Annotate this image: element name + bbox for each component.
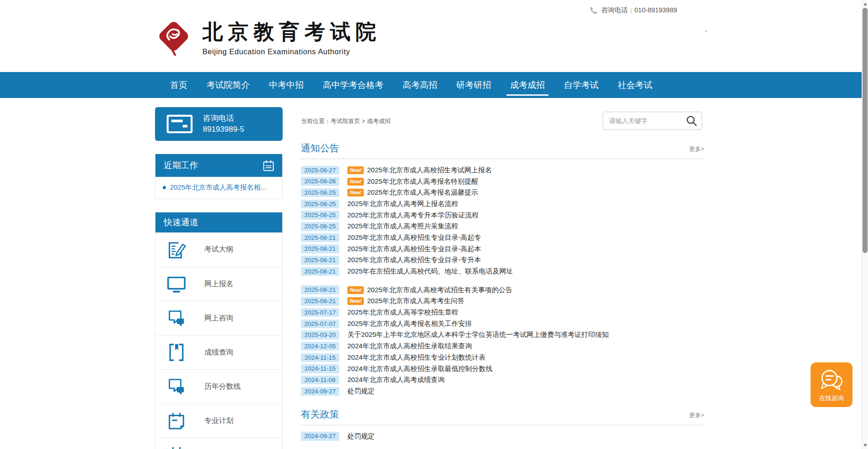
notice-row: 2025-08-212025年北京市成人高校招生专业目录-高起本 (301, 243, 704, 255)
quick-channel-label: 专业计划 (204, 416, 233, 426)
notice-list-group2: 2025-08-21New!2025年北京市成人高校考试招生有关事项的公告202… (301, 284, 704, 397)
notice-row: 2025-03-20关于2025年上半年北京地区成人本科学士学位英语统一考试网上… (301, 330, 704, 341)
breadcrumb: 当前位置：考试院首页 > 成考成招 (301, 117, 391, 125)
notice-date-badge: 2025-03-20 (301, 330, 339, 340)
notice-link[interactable]: 2024年北京市成人高校招生录取结果查询 (347, 342, 472, 351)
book-bookmark-icon (166, 342, 187, 363)
notice-link[interactable]: 2025年北京市成人高校招生专业目录-专升本 (347, 256, 481, 264)
notice-link[interactable]: 2025年北京市成人高考照片采集流程 (347, 222, 458, 231)
quick-channel-box: 快速通道 考试大纲网上报名网上咨询成绩查询历年分数线专业计划 (155, 212, 283, 449)
nav-item-3[interactable]: 中考中招 (259, 72, 313, 98)
notice-link[interactable]: 2025年北京市成人高考考生问答 (367, 297, 464, 305)
quick-channel-label: 网上咨询 (204, 314, 233, 323)
quick-channel-item[interactable]: 网上咨询 (155, 301, 282, 335)
notice-row: 2024-11-082024年北京市成人高考成绩查询 (301, 374, 704, 386)
nav-item-7[interactable]: 成考成招 (501, 72, 554, 98)
new-badge: New! (347, 166, 364, 174)
notice-link[interactable]: 处罚规定 (347, 432, 375, 441)
sidebar: 咨询电话 89193989-5 近期工作 2025年北京市成人高考报名相... … (155, 107, 283, 449)
quick-channel-list: 考试大纲网上报名网上咨询成绩查询历年分数线专业计划 (155, 232, 282, 449)
scroll-up-icon[interactable] (863, 3, 867, 5)
quick-channel-item[interactable]: 考试大纲 (155, 232, 282, 267)
notice-link[interactable]: 2024年北京市成人高校招生录取最低控制分数线 (347, 365, 492, 373)
notice-link[interactable]: 2025年在京招生成人高校代码、地址、联系电话及网址 (347, 267, 513, 276)
recent-work-link: 2025年北京市成人高考报名相... (170, 183, 266, 192)
notice-link[interactable]: 2025年北京市成人高考报名相关工作安排 (347, 320, 472, 328)
notice-date-badge: 2025-07-17 (301, 308, 339, 317)
policy-section-title: 有关政策 (301, 408, 339, 421)
policy-more-link[interactable]: 更多> (689, 411, 704, 421)
nav-item-2[interactable]: 考试院简介 (197, 72, 259, 98)
quick-channel-item[interactable]: 专业计划 (155, 403, 282, 438)
nav-item-1[interactable]: 首页 (160, 72, 197, 98)
notice-date-badge: 2025-08-25 (301, 188, 339, 197)
quick-channel-label: 考试大纲 (204, 245, 233, 254)
notice-date-badge: 2025-08-21 (301, 244, 339, 253)
quick-channel-item[interactable]: 历年分数线 (155, 369, 282, 403)
notice-link[interactable]: 2024年北京市成人高考成绩查询 (347, 376, 444, 384)
notice-link[interactable]: 2025年北京市成人高考报名温馨提示 (367, 188, 478, 197)
notice-link[interactable]: 2025年北京市成人高校考试招生有关事项的公告 (367, 286, 512, 294)
nav-item-6[interactable]: 研考研招 (447, 72, 501, 98)
quick-channel-item[interactable]: 网上报名 (155, 267, 282, 301)
notice-link[interactable]: 2025年北京市成人高考报名特别提醒 (367, 177, 478, 186)
site-logo[interactable]: 北京教育考试院 Beijing Education Examinations A… (155, 17, 381, 57)
quick-channel-item[interactable]: 成绩查询 (155, 335, 282, 369)
notice-date-badge: 2025-08-26 (301, 177, 339, 186)
notice-more-link[interactable]: 更多> (689, 145, 704, 155)
online-consult-button[interactable]: 在线咨询 (811, 362, 852, 407)
notice-link[interactable]: 2025年北京市成人高校招生专业目录-高起本 (347, 245, 481, 253)
notice-row: 2025-07-072025年北京市成人高考报名相关工作安排 (301, 318, 704, 330)
main-content: 当前位置：考试院首页 > 成考成招 通知公告 更多> 2025-08-27New… (301, 112, 704, 442)
notice-row: 2024-12-052024年北京市成人高校招生录取结果查询 (301, 341, 704, 352)
recent-work-item[interactable]: 2025年北京市成人高考报名相... (155, 177, 282, 199)
notice-row: 2024-09-27处罚规定 (301, 386, 704, 397)
online-consult-label: 在线咨询 (819, 394, 844, 403)
notice-link[interactable]: 关于2025年上半年北京地区成人本科学士学位英语统一考试网上缴费与准考证打印须知 (347, 330, 609, 339)
nav-item-9[interactable]: 社会考试 (608, 72, 662, 98)
notice-link[interactable]: 2025年北京市成人高考网上报名流程 (347, 200, 458, 208)
nav-item-5[interactable]: 高考高招 (393, 72, 447, 98)
search-input[interactable] (609, 117, 686, 124)
sidebar-phone-line1: 咨询电话 (203, 113, 244, 124)
clipboard-icon (166, 444, 187, 449)
search-box (603, 112, 702, 130)
chat-bubbles-icon (818, 368, 845, 392)
main-nav-items: 首页考试院简介中考中招高中学考合格考高考高招研考研招成考成招自学考试社会考试 (160, 72, 862, 98)
notice-link[interactable]: 2025年北京市成人高校招生专业目录-高起专 (347, 233, 481, 242)
notice-date-badge: 2025-08-21 (301, 285, 339, 294)
search-icon[interactable] (686, 115, 698, 127)
quick-channel-item[interactable] (155, 438, 282, 449)
phone-icon (589, 6, 598, 15)
notice-date-badge: 2025-08-21 (301, 267, 339, 276)
notice-row: 2025-08-25New!2025年北京市成人高考报名温馨提示 (301, 187, 704, 198)
scrollbar-thumb[interactable] (863, 8, 868, 253)
recent-work-box: 近期工作 2025年北京市成人高考报名相... (155, 154, 283, 199)
notice-row: 2025-08-252025年北京市成人高考网上报名流程 (301, 198, 704, 210)
notice-row: 2025-08-27New!2025年北京市成人高校招生考试网上报名 (301, 165, 704, 176)
page-scrollbar[interactable] (862, 0, 868, 449)
notice-date-badge: 2025-08-25 (301, 200, 339, 209)
topbar-phone: 咨询电话：010-89193989 (589, 6, 677, 15)
notice-date-badge: 2024-09-27 (301, 432, 339, 441)
new-badge: New! (347, 178, 364, 186)
nav-item-8[interactable]: 自学考试 (554, 72, 608, 98)
notice-link[interactable]: 2025年北京市成人高校招生考试网上报名 (367, 166, 491, 175)
image-placeholder-dot (705, 31, 707, 32)
monitor-icon (166, 274, 187, 294)
notice-list-group1: 2025-08-27New!2025年北京市成人高校招生考试网上报名2025-0… (301, 165, 704, 277)
notice-date-badge: 2025-07-07 (301, 320, 339, 329)
notice-link[interactable]: 2024年北京市成人高校招生专业计划数统计表 (347, 353, 486, 362)
logo-diamond-icon (155, 17, 192, 57)
notice-link[interactable]: 2025年北京市成人高考专升本学历验证流程 (347, 211, 479, 220)
notice-link[interactable]: 处罚规定 (347, 387, 375, 396)
notice-date-badge: 2025-08-21 (301, 297, 339, 306)
notice-row: 2025-08-21New!2025年北京市成人高考考生问答 (301, 296, 704, 307)
notice-link[interactable]: 2025年北京市成人高等学校招生章程 (347, 308, 458, 317)
new-badge: New! (347, 297, 364, 305)
nav-item-4[interactable]: 高中学考合格考 (313, 72, 393, 98)
scroll-down-icon[interactable] (863, 444, 867, 447)
notice-row: 2025-08-252025年北京市成人高考照片采集流程 (301, 221, 704, 232)
sidebar-phone-card[interactable]: 咨询电话 89193989-5 (155, 107, 283, 141)
doc-pencil-icon (166, 239, 187, 260)
